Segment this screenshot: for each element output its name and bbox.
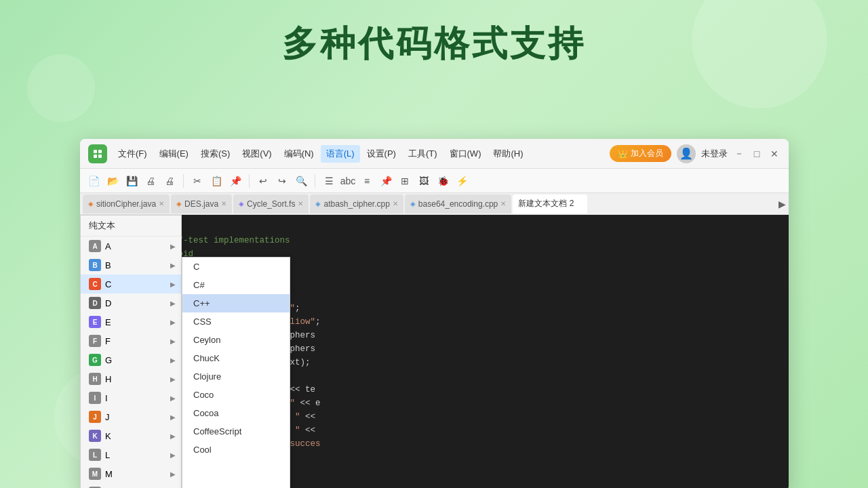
- toolbar-open[interactable]: 📂: [104, 173, 121, 189]
- toolbar-list[interactable]: ☰: [321, 173, 337, 189]
- lang-c[interactable]: C: [182, 258, 290, 276]
- menu-bar: 文件(F) 编辑(E) 搜索(S) 视图(V) 编码(N) 语言(L) 设置(P…: [113, 145, 610, 163]
- minimize-button[interactable]: －: [733, 148, 745, 160]
- lang-item-I[interactable]: I I ▶: [81, 388, 181, 407]
- close-button[interactable]: ✕: [768, 148, 781, 160]
- toolbar-redo[interactable]: ↪: [274, 173, 290, 189]
- lang-item-A[interactable]: A A ▶: [81, 237, 181, 256]
- bg-decoration-1: [692, 0, 827, 108]
- lang-label-F: F: [105, 336, 170, 346]
- lang-ceylon[interactable]: Ceylon: [182, 331, 290, 349]
- bg-decoration-3: [27, 54, 95, 122]
- tab-icon-cpp-2: ◈: [410, 200, 416, 207]
- toolbar-copy[interactable]: 📋: [208, 173, 224, 189]
- lang-clojure[interactable]: Clojure: [182, 367, 290, 386]
- tab-icon-java-1: ◈: [88, 200, 94, 207]
- toolbar-new[interactable]: 📄: [85, 173, 102, 189]
- tab-label-java-2: DES.java: [184, 199, 218, 209]
- lang-arrow-A: ▶: [170, 243, 176, 250]
- lang-arrow-I: ▶: [170, 394, 176, 402]
- tab-close-cpp-2[interactable]: ✕: [500, 200, 506, 207]
- lang-item-L[interactable]: L L ▶: [81, 445, 181, 464]
- toolbar-sep-3: [315, 174, 315, 188]
- toolbar-print[interactable]: 🖨: [161, 173, 178, 189]
- tab-close-cpp-1[interactable]: ✕: [393, 200, 398, 207]
- tab-cpp-2[interactable]: ◈ base64_encoding.cpp ✕: [405, 195, 511, 214]
- lang-item-D[interactable]: D D ▶: [81, 293, 181, 312]
- tab-fs[interactable]: ◈ Cycle_Sort.fs ✕: [233, 195, 309, 214]
- svg-rect-1: [98, 150, 102, 153]
- toolbar-find[interactable]: 🔍: [293, 173, 309, 189]
- toolbar-undo[interactable]: ↩: [255, 173, 271, 189]
- lang-icon-C: C: [89, 278, 101, 290]
- lang-icon-F: F: [89, 335, 101, 347]
- toolbar-sep-1: [183, 174, 184, 188]
- lang-icon-L: L: [89, 449, 101, 461]
- tab-label-new: 新建文本文档 2: [518, 198, 574, 209]
- toolbar-save-all[interactable]: 🖨: [142, 173, 159, 189]
- tab-cpp-1[interactable]: ◈ atbash_cipher.cpp ✕: [310, 195, 403, 214]
- lang-item-F[interactable]: F F ▶: [81, 331, 181, 350]
- toolbar-align[interactable]: ≡: [359, 173, 375, 189]
- join-member-button[interactable]: 👑 加入会员: [610, 145, 671, 162]
- menu-help[interactable]: 帮助(H): [488, 145, 528, 163]
- lang-item-E[interactable]: E E ▶: [81, 312, 181, 331]
- toolbar-pin[interactable]: 📌: [378, 173, 394, 189]
- menu-tools[interactable]: 工具(T): [403, 145, 443, 163]
- toolbar-lightning[interactable]: ⚡: [454, 173, 470, 189]
- lang-item-M[interactable]: M M ▶: [81, 464, 181, 483]
- toolbar-debug[interactable]: 🐞: [435, 173, 451, 189]
- lang-item-N[interactable]: N N ▶: [81, 483, 181, 488]
- menu-settings[interactable]: 设置(P): [361, 145, 401, 163]
- lang-csharp[interactable]: C#: [182, 276, 290, 294]
- lang-label-K: K: [105, 431, 170, 441]
- toolbar-abc[interactable]: abc: [340, 173, 356, 189]
- lang-item-K[interactable]: K K ▶: [81, 426, 181, 445]
- tab-java-2[interactable]: ◈ DES.java ✕: [171, 195, 232, 214]
- menu-view[interactable]: 视图(V): [237, 145, 277, 163]
- lang-coco[interactable]: Coco: [182, 386, 290, 404]
- toolbar-table[interactable]: ⊞: [397, 173, 413, 189]
- toolbar-image[interactable]: 🖼: [416, 173, 432, 189]
- tab-close-java-2[interactable]: ✕: [221, 200, 226, 207]
- lang-plain-text[interactable]: 纯文本: [81, 216, 181, 237]
- toolbar: 📄 📂 💾 🖨 🖨 ✂ 📋 📌 ↩ ↪ 🔍 ☰ abc ≡ 📌 ⊞ 🖼 🐞 ⚡: [80, 169, 789, 193]
- menu-encode[interactable]: 编码(N): [279, 145, 319, 163]
- tab-close-new[interactable]: ✕: [576, 200, 582, 207]
- toolbar-paste[interactable]: 📌: [227, 173, 243, 189]
- tab-close-fs[interactable]: ✕: [298, 200, 303, 207]
- lang-item-B[interactable]: B B ▶: [81, 256, 181, 274]
- lang-icon-A: A: [89, 240, 101, 252]
- tab-java-1[interactable]: ◈ sitionCipher.java ✕: [83, 195, 170, 214]
- lang-icon-E: E: [89, 316, 101, 328]
- lang-cocoa[interactable]: Cocoa: [182, 404, 290, 422]
- lang-cool[interactable]: Cool: [182, 441, 290, 459]
- lang-label-A: A: [105, 241, 170, 251]
- lang-item-G[interactable]: G G ▶: [81, 350, 181, 369]
- lang-item-J[interactable]: J J ▶: [81, 407, 181, 426]
- svg-rect-2: [94, 155, 97, 158]
- lang-item-C[interactable]: C C ▶: [81, 274, 181, 293]
- menu-window[interactable]: 窗口(W): [444, 145, 487, 163]
- lang-item-H[interactable]: H H ▶: [81, 369, 181, 388]
- toolbar-save[interactable]: 💾: [123, 173, 140, 189]
- menu-search[interactable]: 搜索(S): [195, 145, 235, 163]
- lang-label-B: B: [105, 260, 170, 270]
- tab-close-java-1[interactable]: ✕: [159, 200, 164, 207]
- lang-cpp[interactable]: C++: [182, 294, 290, 312]
- tab-new-doc[interactable]: 新建文本文档 2 ✕: [513, 195, 587, 214]
- lang-css[interactable]: CSS: [182, 312, 290, 331]
- lang-chuck[interactable]: ChucK: [182, 349, 290, 367]
- svg-rect-0: [94, 150, 97, 153]
- maximize-button[interactable]: □: [751, 148, 763, 160]
- menu-file[interactable]: 文件(F): [113, 145, 153, 163]
- lang-main-menu: 纯文本 A A ▶ B B ▶ C C ▶: [80, 215, 182, 488]
- tab-icon-cpp-1: ◈: [315, 200, 321, 207]
- tab-scroll-arrow[interactable]: ▶: [778, 199, 786, 209]
- lang-coffeescript[interactable]: CoffeeScript: [182, 422, 290, 441]
- menu-language[interactable]: 语言(L): [321, 145, 360, 163]
- toolbar-cut[interactable]: ✂: [189, 173, 205, 189]
- menu-edit[interactable]: 编辑(E): [154, 145, 194, 163]
- lang-icon-K: K: [89, 430, 101, 442]
- tab-bar: ◈ sitionCipher.java ✕ ◈ DES.java ✕ ◈ Cyc…: [80, 193, 789, 215]
